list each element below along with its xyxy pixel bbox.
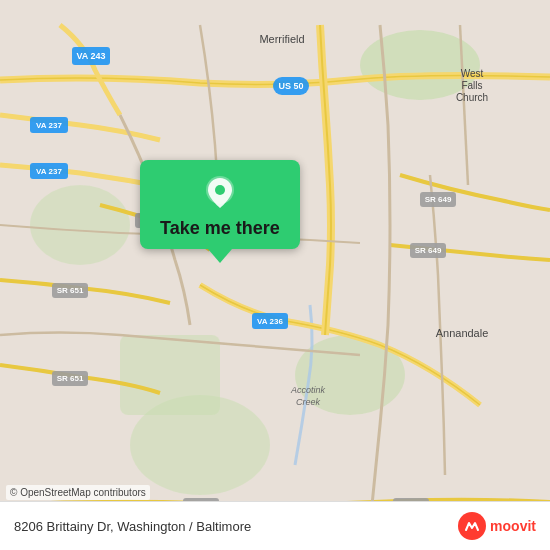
green-box[interactable]: Take me there [140,160,300,249]
svg-text:SR 651: SR 651 [57,374,84,383]
svg-text:Church: Church [456,92,488,103]
moovit-icon [458,512,486,540]
svg-text:Creek: Creek [296,397,321,407]
svg-text:Annandale: Annandale [436,327,489,339]
svg-rect-5 [120,335,220,415]
svg-point-39 [461,515,483,537]
svg-text:VA 237: VA 237 [36,121,62,130]
svg-text:VA 243: VA 243 [76,51,105,61]
take-me-there-button[interactable]: Take me there [160,218,280,239]
svg-point-38 [215,185,225,195]
take-me-there-container[interactable]: Take me there [140,160,300,263]
address-label: 8206 Brittainy Dr, Washington / Baltimor… [14,519,251,534]
osm-attribution: © OpenStreetMap contributors [6,485,150,500]
svg-text:West: West [461,68,484,79]
svg-text:VA 237: VA 237 [36,167,62,176]
svg-text:SR 649: SR 649 [415,246,442,255]
svg-point-2 [30,185,130,265]
svg-text:US 50: US 50 [278,81,303,91]
svg-text:Falls: Falls [461,80,482,91]
map-svg: VA 243 US 50 VA 237 VA 237 SR 69 SR 649 … [0,0,550,550]
svg-text:Merrifield: Merrifield [259,33,304,45]
map-container: VA 243 US 50 VA 237 VA 237 SR 69 SR 649 … [0,0,550,550]
svg-text:VA 236: VA 236 [257,317,283,326]
svg-text:Accotink: Accotink [290,385,326,395]
svg-text:SR 649: SR 649 [425,195,452,204]
moovit-text: moovit [490,518,536,534]
svg-text:SR 651: SR 651 [57,286,84,295]
button-pointer [208,249,232,263]
bottom-bar: 8206 Brittainy Dr, Washington / Baltimor… [0,501,550,550]
attribution-text: © OpenStreetMap contributors [10,487,146,498]
moovit-logo: moovit [458,512,536,540]
location-pin-icon [202,174,238,210]
